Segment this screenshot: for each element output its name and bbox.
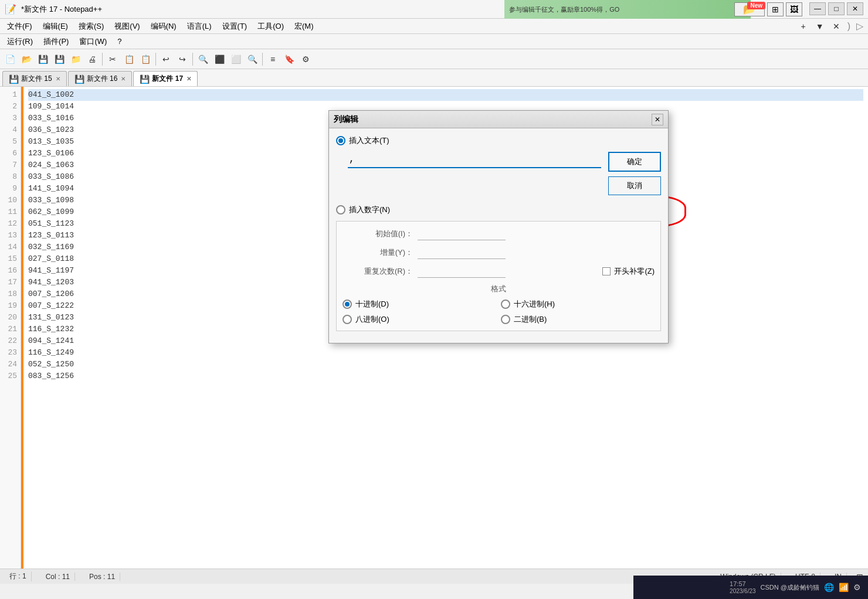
binary-option: 二进制(B) — [501, 314, 655, 325]
increment-label: 增量(Y)： — [343, 247, 413, 258]
insert-number-label: 插入数字(N) — [349, 205, 390, 215]
tab-file17[interactable]: 💾 新文件 17 ✕ — [133, 71, 198, 86]
new-file-btn[interactable]: 📄 — [2, 52, 18, 67]
title-bar-controls: 📂 New ⊞ 🖼 — □ ✕ — [734, 2, 863, 16]
leading-zero-label: 开头补零(Z) — [614, 266, 655, 277]
grid-view-button[interactable]: ⊞ — [767, 2, 784, 16]
goto-btn[interactable]: ⬜ — [228, 52, 243, 67]
tray-icon1: 🌐 — [824, 583, 834, 592]
cut-btn[interactable]: ✂ — [105, 52, 120, 67]
tab-close-16[interactable]: ✕ — [121, 76, 126, 82]
dialog-body: 插入文本(T) 确定 取消 — [329, 128, 668, 343]
close-button[interactable]: ✕ — [847, 2, 863, 15]
repeat-label: 重复次数(R)： — [343, 266, 413, 277]
menu-settings[interactable]: 设置(T) — [218, 20, 252, 33]
maximize-button[interactable]: □ — [828, 2, 845, 15]
insert-number-radio-group: 插入数字(N) — [336, 205, 661, 215]
minimize-button[interactable]: — — [809, 2, 826, 15]
number-section: 初始值(I)： 增量(Y)： 重复次数(R)： 开头补零(Z) — [336, 221, 661, 331]
decimal-option: 十进制(D) — [343, 299, 496, 309]
menu-encode[interactable]: 编码(N) — [146, 20, 181, 33]
binary-label: 二进制(B) — [514, 314, 547, 325]
format-title: 格式 — [343, 284, 655, 294]
decimal-radio[interactable] — [343, 300, 352, 309]
tab-file15[interactable]: 💾 新文件 15 ✕ — [2, 71, 67, 86]
open-file-btn[interactable]: 📂 — [19, 52, 34, 67]
zoom-in-btn[interactable]: 🔍 — [245, 52, 260, 67]
macro-btn[interactable]: ⚙ — [298, 52, 313, 67]
redo-btn[interactable]: ↪ — [175, 52, 190, 67]
print-btn[interactable]: 🖨 — [84, 52, 100, 67]
close-tab-button[interactable]: ✕ — [829, 19, 844, 34]
app-icon: 📝 — [5, 4, 16, 15]
octal-radio[interactable] — [343, 315, 352, 324]
add-tab-button[interactable]: + — [796, 19, 811, 34]
copy-btn[interactable]: 📋 — [121, 52, 137, 67]
bookmark-btn[interactable]: 🔖 — [282, 52, 297, 67]
replace-btn[interactable]: ⬛ — [212, 52, 227, 67]
initial-value-input[interactable] — [418, 227, 506, 240]
toolbar: 📄 📂 💾 💾 📁 🖨 ✂ 📋 📋 ↩ ↪ 🔍 ⬛ ⬜ 🔍 ≡ 🔖 ⚙ — [0, 49, 868, 69]
tab-dropdown-button[interactable]: ▼ — [812, 19, 828, 34]
insert-text-label: 插入文本(T) — [349, 135, 389, 146]
top-right-ad: 参与编辑千征文，赢励章100%得，GO — [504, 0, 751, 19]
tray-icon2: 📶 — [839, 583, 849, 592]
hex-radio[interactable] — [501, 300, 510, 309]
menu-plugins[interactable]: 插件(P) — [39, 35, 73, 48]
menu-lang[interactable]: 语言(L) — [182, 20, 216, 33]
bracket-button[interactable]: ▷ — [854, 21, 866, 32]
tab-close-15[interactable]: ✕ — [56, 76, 60, 82]
menu-edit[interactable]: 编辑(E) — [38, 20, 73, 33]
indent-btn[interactable]: ≡ — [265, 52, 280, 67]
undo-btn[interactable]: ↩ — [158, 52, 174, 67]
close-btn[interactable]: 📁 — [68, 52, 83, 67]
title-bar-left: 📝 *新文件 17 - Notepad++ — [5, 4, 102, 15]
repeat-input[interactable] — [418, 265, 506, 278]
dialog-btn-group: 确定 取消 — [608, 152, 661, 195]
tab-label-16: 新文件 16 — [87, 74, 118, 84]
cancel-button[interactable]: 取消 — [608, 176, 661, 195]
confirm-button[interactable]: 确定 — [608, 152, 661, 172]
menu-search[interactable]: 搜索(S) — [74, 20, 108, 33]
initial-value-row: 初始值(I)： — [343, 227, 655, 240]
format-section: 格式 十进制(D) 十六进制(H) — [343, 284, 655, 325]
menu-window[interactable]: 窗口(W) — [74, 35, 111, 48]
window-title: *新文件 17 - Notepad++ — [21, 4, 102, 15]
menu-view[interactable]: 视图(V) — [110, 20, 144, 33]
main-area: 1234567891011121314151617181920212223242… — [0, 87, 868, 584]
increment-input[interactable] — [418, 246, 506, 259]
decimal-label: 十进制(D) — [355, 299, 389, 309]
toolbar-sep4 — [262, 53, 263, 66]
text-input-wrapper — [348, 152, 601, 168]
toolbar-sep1 — [102, 53, 103, 66]
menu-help[interactable]: ? — [113, 36, 126, 47]
menu-macro[interactable]: 宏(M) — [290, 20, 318, 33]
toolbar-sep3 — [192, 53, 193, 66]
tab-label-15: 新文件 15 — [21, 74, 52, 84]
menu-file[interactable]: 文件(F) — [2, 20, 37, 33]
text-input-field[interactable] — [349, 154, 600, 165]
binary-radio[interactable] — [501, 315, 510, 324]
leading-zero-row: 开头补零(Z) — [602, 266, 655, 277]
tab-close-17[interactable]: ✕ — [187, 76, 191, 82]
save-all-btn[interactable]: 💾 — [52, 52, 67, 67]
tab-file16[interactable]: 💾 新文件 16 ✕ — [68, 71, 133, 86]
menu-tools[interactable]: 工具(O) — [253, 20, 289, 33]
tab-icon-16: 💾 — [74, 74, 84, 84]
insert-text-radio[interactable] — [336, 136, 345, 145]
find-btn[interactable]: 🔍 — [195, 52, 211, 67]
save-btn[interactable]: 💾 — [35, 52, 50, 67]
insert-number-radio[interactable] — [336, 205, 345, 215]
settings-icon[interactable]: ⚙ — [853, 583, 861, 592]
expand-button[interactable]: ) — [845, 21, 853, 32]
paste-btn[interactable]: 📋 — [138, 52, 153, 67]
menu-run[interactable]: 运行(R) — [2, 35, 38, 48]
dialog-close-btn[interactable]: ✕ — [652, 114, 663, 125]
screenshot-button[interactable]: 🖼 — [786, 2, 802, 16]
octal-option: 八进制(O) — [343, 314, 496, 325]
tab-icon-15: 💾 — [9, 74, 19, 84]
menu-bar: 文件(F) 编辑(E) 搜索(S) 视图(V) 编码(N) 语言(L) 设置(T… — [0, 19, 868, 34]
new-feature-button[interactable]: 📂 New — [734, 2, 765, 16]
leading-zero-checkbox[interactable] — [602, 267, 611, 275]
dialog-titlebar: 列编辑 ✕ — [329, 111, 668, 128]
